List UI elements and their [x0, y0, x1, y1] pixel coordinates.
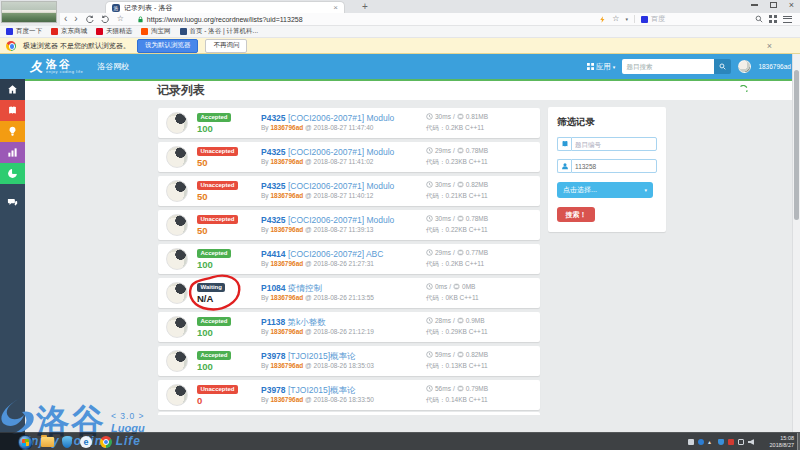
record-row[interactable]: Unaccepted 50 P4325 [COCI2006-2007#1] Mo… [158, 176, 540, 206]
close-icon[interactable]: × [789, 1, 794, 9]
author-link[interactable]: 1836796ad [270, 362, 303, 369]
nav-item-school[interactable]: 洛谷网校 [97, 61, 129, 72]
star-caret-icon[interactable]: ▾ [625, 14, 628, 24]
problem-link[interactable]: P1138 第k小整数 [261, 318, 426, 327]
author-link[interactable]: 1836796ad [270, 294, 303, 301]
user-avatar[interactable] [166, 350, 188, 372]
problem-link[interactable]: P3978 [TJOI2015]概率论 [261, 386, 426, 395]
bookmark-item[interactable]: 淘宝网 [141, 27, 171, 36]
author-link[interactable]: 1836796ad [270, 124, 303, 131]
record-row[interactable]: Accepted 100 P3978 [TJOI2015]概率论 By 1836… [158, 346, 540, 376]
record-row[interactable]: Accepted 100 P4325 [COCI2006-2007#1] Mod… [158, 108, 540, 138]
tab-preview-thumbnail[interactable] [1, 1, 57, 23]
apps-menu[interactable]: 应用 ▾ [587, 62, 616, 72]
scrollbar-thumb[interactable] [794, 70, 799, 220]
problem-search-input[interactable] [622, 59, 714, 74]
bookmark-item[interactable]: 天猫精选 [96, 27, 132, 36]
problem-link[interactable]: P4325 [COCI2006-2007#1] Modulo [261, 148, 426, 157]
address-bar[interactable]: https://www.luogu.org/recordnew/lists?ui… [137, 16, 303, 23]
search-icon[interactable] [755, 15, 763, 23]
problem-link[interactable]: P4414 [COCI2006-2007#2] ABC [261, 250, 426, 259]
apps-grid-icon[interactable] [769, 15, 777, 23]
browser-scrollbar[interactable] [792, 54, 800, 432]
status-badge: Unaccepted [197, 181, 238, 190]
sidebar-item-book[interactable] [0, 100, 25, 121]
taskbar-clock[interactable]: 15:08 2018/8/27 [770, 435, 794, 449]
bookmark-item[interactable]: 京东商城 [51, 27, 87, 36]
filter-search-button[interactable]: 搜索！ [557, 207, 595, 222]
record-row[interactable]: Unaccepted 50 P4325 [COCI2006-2007#1] Mo… [158, 210, 540, 240]
record-row[interactable]: Unaccepted 0 P3978 [TJOI2015]概率论 By 1836… [158, 380, 540, 410]
status-badge: Unaccepted [197, 215, 238, 224]
explorer-icon[interactable] [41, 437, 54, 447]
user-avatar[interactable] [166, 214, 188, 236]
toolbar-search-box[interactable]: 百度 [641, 14, 665, 24]
problem-link[interactable]: P4325 [COCI2006-2007#1] Modulo [261, 114, 426, 123]
menu-icon[interactable] [783, 16, 792, 23]
chrome-taskbar-icon[interactable] [100, 436, 112, 448]
author-link[interactable]: 1836796ad [270, 226, 303, 233]
tray-app-icon[interactable] [688, 439, 694, 445]
user-avatar[interactable] [166, 316, 188, 338]
browser-tab[interactable]: 洛 记录列表 - 洛谷 × [105, 1, 345, 13]
tray-network-icon[interactable] [738, 439, 744, 445]
bookmark-item[interactable]: 首页 - 洛谷 | 计算机科... [180, 27, 259, 36]
author-link[interactable]: 1836796ad [270, 396, 303, 403]
problem-link[interactable]: P1084 疫情控制 [261, 284, 426, 293]
sidebar-item-home[interactable] [0, 79, 25, 100]
record-row[interactable]: Waiting N/A P1084 疫情控制 By 1836796ad @ 20… [158, 278, 540, 308]
bookmark-star-icon[interactable]: ☆ [117, 14, 124, 24]
header-avatar[interactable] [738, 60, 751, 73]
restore-icon[interactable] [101, 15, 110, 24]
clock-time: 15:08 [770, 435, 794, 442]
record-row[interactable]: Accepted 100 P4414 [COCI2006-2007#2] ABC… [158, 244, 540, 274]
author-link[interactable]: 1836796ad [270, 260, 303, 267]
filter-user-input[interactable] [571, 159, 657, 173]
sidebar-item-chat[interactable] [0, 192, 25, 213]
author-link[interactable]: 1836796ad [270, 192, 303, 199]
record-row[interactable]: Unaccepted 50 P4325 [COCI2006-2007#1] Mo… [158, 142, 540, 172]
problem-link[interactable]: P3978 [TJOI2015]概率论 [261, 352, 426, 361]
sidebar-item-lightbulb[interactable] [0, 121, 25, 142]
windows-taskbar: Enjoy Coding Life e ▴ 15:08 2018/8/27 [0, 432, 800, 450]
user-avatar[interactable] [166, 146, 188, 168]
user-avatar[interactable] [166, 248, 188, 270]
problem-search-button[interactable] [714, 59, 731, 74]
sidebar-item-pie-chart[interactable] [0, 163, 25, 184]
tray-alert-icon[interactable] [728, 439, 734, 445]
record-row[interactable]: Accepted 100 P1138 第k小整数 By 1836796ad @ … [158, 312, 540, 342]
user-avatar[interactable] [166, 112, 188, 134]
tray-app-icon[interactable] [698, 439, 704, 445]
security-shield-icon[interactable] [62, 436, 72, 448]
new-tab-button[interactable]: + [362, 1, 368, 12]
book-icon [7, 105, 18, 116]
sidebar-item-bar-chart[interactable] [0, 142, 25, 163]
tray-volume-icon[interactable] [748, 439, 754, 445]
tray-caret-icon[interactable]: ▴ [708, 439, 714, 445]
problem-link[interactable]: P4325 [COCI2006-2007#1] Modulo [261, 182, 426, 191]
tab-close-icon[interactable]: × [333, 4, 338, 12]
ie-browser-icon[interactable]: e [80, 436, 92, 448]
refresh-icon[interactable] [85, 15, 94, 24]
start-button[interactable] [18, 435, 33, 450]
author-link[interactable]: 1836796ad [270, 158, 303, 165]
luogu-logo[interactable]: 夂 洛谷 enjoy coding life [30, 59, 83, 74]
bookmark-item[interactable]: 百度一下 [6, 27, 42, 36]
back-icon[interactable]: ‹ [64, 14, 67, 24]
filter-problem-input[interactable] [571, 137, 657, 151]
user-avatar[interactable] [166, 180, 188, 202]
maximize-icon[interactable] [770, 2, 777, 8]
author-link[interactable]: 1836796ad [270, 328, 303, 335]
header-username[interactable]: 1836796ad ▾ [758, 63, 796, 71]
tray-shield-icon[interactable] [718, 439, 724, 445]
collect-star-icon[interactable]: ☆ [612, 14, 619, 24]
minimize-icon[interactable] [751, 4, 758, 6]
lightning-icon[interactable] [599, 15, 606, 24]
dismiss-notification-button[interactable]: 不再询问 [205, 39, 247, 53]
notification-close-icon[interactable]: × [767, 41, 772, 51]
filter-select-dropdown[interactable]: 点击选择... ▾ [557, 182, 653, 198]
user-avatar[interactable] [166, 384, 188, 406]
problem-link[interactable]: P4325 [COCI2006-2007#1] Modulo [261, 216, 426, 225]
forward-icon[interactable]: › [74, 14, 77, 24]
set-default-browser-button[interactable]: 设为默认浏览器 [137, 39, 199, 53]
